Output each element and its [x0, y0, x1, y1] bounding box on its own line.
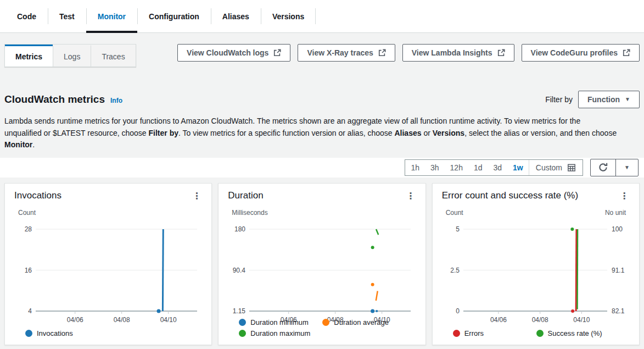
chart-legend: Invocations [25, 326, 203, 337]
time-option-3d[interactable]: 3d [488, 160, 508, 175]
chart-title: Duration [228, 190, 263, 201]
legend-color-dot [25, 330, 32, 337]
function-nav-tabs: Code Test Monitor Configuration Aliases … [0, 0, 644, 33]
chart-title: Invocations [14, 190, 61, 201]
tab-label: Versions [272, 12, 304, 21]
button-label: View CodeGuru profiles [531, 48, 618, 57]
svg-text:82.1: 82.1 [612, 307, 625, 315]
caret-down-icon: ▼ [625, 97, 630, 102]
chart-legend: Duration minimumDuration averageDuration… [239, 315, 416, 337]
svg-text:100: 100 [612, 225, 623, 233]
svg-text:5: 5 [456, 225, 460, 233]
tab-label: Code [17, 12, 36, 21]
svg-text:0: 0 [456, 307, 460, 315]
view-xray-traces-button[interactable]: View X-Ray traces [298, 44, 395, 62]
chart-card-invocations: Invocations ⋮ Count 2816404/0604/0804/10… [4, 183, 212, 345]
svg-text:90.4: 90.4 [233, 266, 246, 274]
axis-unit-left: Count [18, 209, 36, 217]
legend-item[interactable]: Errors [453, 329, 536, 337]
svg-text:04/06: 04/06 [67, 316, 83, 323]
caret-down-icon: ▼ [624, 164, 630, 170]
legend-item[interactable]: Success rate (%) [536, 329, 630, 337]
subtab-logs[interactable]: Logs [53, 45, 91, 67]
chart-title: Error count and success rate (%) [442, 190, 578, 201]
time-option-1h[interactable]: 1h [405, 160, 425, 175]
axis-unit-left: Count [446, 209, 463, 217]
kebab-menu-button[interactable]: ⋮ [402, 190, 419, 202]
custom-label: Custom [536, 163, 562, 172]
tab-label: Monitor [98, 12, 126, 21]
chart-card-duration: Duration ⋮ Milliseconds 18090.41.1504/06… [218, 183, 425, 345]
function-filter-dropdown[interactable]: Function ▼ [578, 91, 640, 108]
chart-legend: ErrorsSuccess rate (%) [453, 326, 630, 337]
chart-plot: 51002.591.1082.104/0604/0804/10 [441, 218, 630, 325]
svg-text:04/06: 04/06 [490, 316, 507, 323]
chart-plot: 18090.41.1504/0604/0804/10 [227, 218, 416, 325]
legend-item[interactable]: Duration maximum [239, 329, 416, 337]
svg-text:16: 16 [25, 266, 32, 274]
svg-text:180: 180 [234, 225, 245, 233]
tab-versions[interactable]: Versions [261, 0, 316, 32]
external-link-icon [623, 49, 630, 57]
time-option-1d[interactable]: 1d [468, 160, 488, 175]
external-link-icon [378, 49, 386, 57]
subtab-metrics[interactable]: Metrics [5, 45, 53, 67]
svg-text:4: 4 [28, 307, 32, 315]
tab-code[interactable]: Code [5, 0, 48, 32]
axis-unit-right: No unit [605, 209, 626, 217]
legend-color-dot [322, 319, 329, 326]
tab-aliases[interactable]: Aliases [211, 0, 261, 32]
legend-item[interactable]: Invocations [25, 329, 203, 337]
kebab-menu-button[interactable]: ⋮ [616, 190, 632, 202]
auto-refresh-caret-button[interactable]: ▼ [615, 159, 638, 176]
dropdown-value: Function [587, 95, 620, 104]
view-lambda-insights-button[interactable]: View Lambda Insights [402, 44, 514, 62]
svg-text:04/10: 04/10 [573, 316, 590, 323]
svg-text:1.15: 1.15 [233, 307, 246, 315]
refresh-split-button: ▼ [590, 159, 639, 176]
legend-item[interactable]: Duration minimum [239, 318, 322, 326]
tab-label: Test [59, 12, 75, 21]
view-cloudwatch-logs-button[interactable]: View CloudWatch logs [177, 44, 290, 62]
filter-by-label: Filter by [545, 95, 573, 104]
tab-monitor[interactable]: Monitor [86, 0, 137, 32]
svg-text:04/10: 04/10 [160, 316, 177, 323]
tab-label: Configuration [149, 12, 199, 21]
view-codeguru-profiles-button[interactable]: View CodeGuru profiles [522, 44, 640, 62]
legend-label: Success rate (%) [548, 329, 602, 337]
chart-card-error-success-rate: Error count and success rate (%) ⋮ Count… [432, 183, 640, 345]
active-tab-underline [86, 31, 137, 33]
legend-label: Duration maximum [250, 329, 310, 337]
info-link[interactable]: Info [110, 97, 122, 104]
button-label: View Lambda Insights [412, 48, 492, 57]
external-link-icon [273, 49, 281, 57]
refresh-icon [598, 162, 608, 173]
custom-range-button[interactable]: Custom [529, 160, 583, 175]
legend-color-dot [453, 330, 460, 337]
legend-item[interactable]: Duration average [322, 318, 416, 326]
kebab-menu-button[interactable]: ⋮ [188, 190, 205, 202]
monitor-subtabs: Metrics Logs Traces [4, 44, 136, 67]
legend-label: Duration minimum [250, 318, 308, 326]
tab-label: Aliases [222, 12, 249, 21]
axis-unit-left: Milliseconds [232, 209, 267, 217]
svg-text:04/08: 04/08 [531, 316, 548, 323]
time-option-12h[interactable]: 12h [445, 160, 468, 175]
legend-label: Errors [464, 329, 484, 337]
time-option-3h[interactable]: 3h [425, 160, 445, 175]
page-title: CloudWatch metrics Info [4, 93, 122, 106]
tab-test[interactable]: Test [48, 0, 86, 32]
svg-text:2.5: 2.5 [450, 266, 460, 274]
subtab-traces[interactable]: Traces [91, 45, 135, 67]
time-range-toolbar: 1h 3h 12h 1d 3d 1w Custom ▼ [0, 158, 644, 178]
legend-color-dot [536, 330, 544, 337]
legend-label: Invocations [37, 329, 73, 337]
tab-configuration[interactable]: Configuration [137, 0, 211, 32]
external-link-icon [497, 49, 505, 57]
time-option-1w[interactable]: 1w [507, 160, 529, 175]
metrics-description: Lambda sends runtime metrics for your fu… [4, 115, 618, 151]
svg-text:04/08: 04/08 [114, 316, 130, 323]
button-label: View CloudWatch logs [187, 48, 268, 57]
refresh-button[interactable] [591, 159, 615, 176]
svg-text:28: 28 [25, 225, 32, 233]
